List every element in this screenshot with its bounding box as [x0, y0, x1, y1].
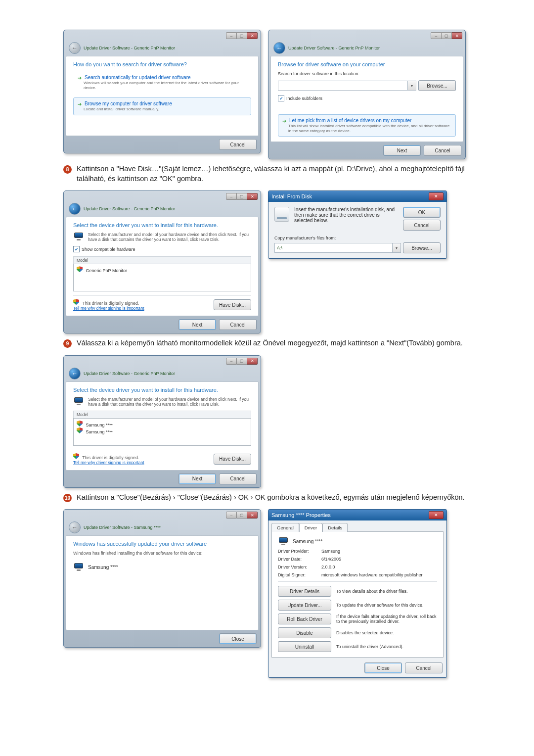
page-heading: Windows has successfully updated your dr…	[73, 541, 251, 547]
cancel-button[interactable]: Cancel	[219, 473, 257, 484]
shield-icon	[77, 427, 83, 433]
have-disk-button[interactable]: Have Disk...	[214, 299, 251, 310]
cancel-button[interactable]: Cancel	[219, 319, 257, 330]
breadcrumb: Update Driver Software - Generic PnP Mon…	[288, 46, 380, 50]
tab-details[interactable]: Details	[322, 523, 348, 532]
path-combo[interactable]: ▾	[278, 81, 416, 91]
maximize-button[interactable]: ▢	[237, 193, 247, 200]
option-desc: Locate and install driver software manua…	[84, 107, 247, 112]
option-title: Let me pick from a list of device driver…	[289, 118, 411, 123]
browse-button[interactable]: Browse...	[403, 242, 441, 253]
driver-details-button[interactable]: Driver Details	[278, 586, 331, 597]
back-icon[interactable]: ←	[69, 368, 81, 379]
window-update-success: – ▢ ✕ ← Update Driver Software - Samsung…	[63, 509, 261, 648]
back-icon[interactable]: ←	[69, 42, 81, 54]
cancel-button[interactable]: Cancel	[403, 220, 441, 231]
list-item[interactable]: Samsung ****	[77, 427, 248, 434]
next-button[interactable]: Next	[178, 473, 216, 484]
window-select-driver-samsung: – ▢ ✕ ← Update Driver Software - Generic…	[63, 355, 261, 488]
option-browse-computer[interactable]: ➔ Browse my computer for driver software…	[73, 97, 251, 115]
maximize-button[interactable]: ▢	[442, 32, 452, 39]
why-signing-link[interactable]: Tell me why driver signing is important	[73, 460, 144, 465]
checkbox-icon: ✔	[73, 246, 80, 252]
path-value: A:\	[277, 245, 282, 250]
uninstall-button[interactable]: Uninstall	[278, 641, 331, 652]
cancel-button[interactable]: Cancel	[424, 145, 461, 156]
minimize-button[interactable]: –	[226, 193, 237, 200]
arrow-icon: ➔	[282, 118, 286, 124]
show-compatible-checkbox[interactable]: ✔ Show compatible hardware	[73, 246, 251, 252]
action-desc: If the device fails after updating the d…	[336, 614, 437, 624]
close-button[interactable]: ✕	[247, 358, 258, 365]
step-text: Kattintson a "Close"(Bezárás) › "Close"(…	[77, 493, 465, 503]
window-update-driver-method: – ▢ ✕ ← Update Driver Software - Generic…	[63, 30, 261, 153]
next-button[interactable]: Next	[383, 145, 421, 156]
dialog-install-from-disk: Install From Disk ✕ Insert the manufactu…	[268, 190, 447, 259]
browse-button[interactable]: Browse...	[418, 80, 456, 91]
list-item[interactable]: Samsung ****	[77, 421, 248, 427]
include-subfolders-checkbox[interactable]: ✔ Include subfolders	[278, 95, 456, 101]
next-button[interactable]: Next	[178, 319, 216, 330]
chevron-down-icon[interactable]: ▾	[407, 81, 416, 90]
option-desc: Windows will search your computer and th…	[84, 81, 247, 90]
minimize-button[interactable]: –	[226, 32, 237, 39]
update-driver-button[interactable]: Update Driver...	[278, 600, 331, 611]
option-search-auto[interactable]: ➔ Search automatically for updated drive…	[73, 71, 251, 94]
copy-from-combo[interactable]: A:\ ▾	[274, 243, 401, 253]
tab-driver[interactable]: Driver	[299, 523, 322, 532]
close-button-action[interactable]: Close	[219, 633, 257, 644]
window-browse-driver: – ▢ ✕ ← Update Driver Software - Generic…	[268, 30, 466, 159]
rollback-driver-button[interactable]: Roll Back Driver	[278, 614, 331, 624]
minimize-button[interactable]: –	[431, 32, 442, 39]
close-button[interactable]: ✕	[247, 193, 258, 200]
back-icon[interactable]: ←	[273, 42, 285, 54]
close-button[interactable]: ✕	[429, 511, 444, 519]
copy-from-label: Copy manufacturer's files from:	[274, 236, 441, 240]
dialog-message: Insert the manufacturer's installation d…	[294, 207, 398, 223]
window-controls: – ▢ ✕	[226, 32, 258, 39]
disable-button[interactable]: Disable	[278, 627, 331, 638]
model-list[interactable]: Samsung **** Samsung ****	[73, 418, 251, 446]
step-number-badge: 9	[63, 339, 72, 348]
titlebar: – ▢ ✕	[66, 32, 259, 39]
minimize-button[interactable]: –	[226, 358, 237, 365]
checkbox-label: Show compatible hardware	[82, 247, 135, 252]
back-icon: ←	[69, 521, 81, 533]
ok-button[interactable]: OK	[403, 207, 441, 218]
cancel-button[interactable]: Cancel	[405, 662, 443, 673]
kv-key: Driver Version:	[278, 565, 318, 569]
monitor-icon	[73, 397, 84, 406]
tab-general[interactable]: General	[271, 523, 299, 532]
device-name: Samsung ****	[88, 565, 118, 570]
why-signing-link[interactable]: Tell me why driver signing is important	[73, 306, 144, 311]
step-9: 9 Válassza ki a képernyőn látható monito…	[63, 338, 471, 348]
nav-bar: ← Update Driver Software - Generic PnP M…	[66, 40, 259, 56]
arrow-icon: ➔	[78, 75, 82, 81]
maximize-button[interactable]: ▢	[237, 32, 247, 39]
list-item[interactable]: Generic PnP Monitor	[77, 266, 248, 273]
step-text: Válassza ki a képernyőn látható monitorm…	[77, 338, 463, 348]
checkbox-label: Include subfolders	[286, 96, 322, 101]
window-select-driver-generic: – ▢ ✕ ← Update Driver Software - Generic…	[63, 190, 261, 333]
window-controls: – ▢ ✕	[431, 32, 462, 39]
back-icon[interactable]: ←	[69, 203, 81, 215]
option-let-me-pick[interactable]: ➔ Let me pick from a list of device driv…	[278, 114, 456, 137]
close-button-action[interactable]: Close	[364, 662, 402, 673]
close-button[interactable]: ✕	[429, 192, 444, 200]
list-item-label: Generic PnP Monitor	[86, 268, 127, 273]
step-10: 10 Kattintson a "Close"(Bezárás) › "Clos…	[63, 493, 471, 503]
maximize-button[interactable]: ▢	[237, 358, 247, 365]
close-button[interactable]: ✕	[247, 512, 258, 519]
minimize-button[interactable]: –	[226, 512, 237, 519]
close-button[interactable]: ✕	[452, 32, 462, 39]
page-desc: Windows has finished installing the driv…	[73, 551, 251, 556]
list-item-label: Samsung ****	[86, 429, 113, 434]
maximize-button[interactable]: ▢	[237, 512, 247, 519]
have-disk-button[interactable]: Have Disk...	[214, 454, 251, 465]
kv-key: Digital Signer:	[278, 572, 318, 577]
close-button[interactable]: ✕	[247, 32, 258, 39]
model-list[interactable]: Generic PnP Monitor	[73, 264, 251, 291]
device-name: Samsung ****	[293, 539, 323, 544]
action-desc: To update the driver software for this d…	[336, 603, 424, 608]
cancel-button[interactable]: Cancel	[219, 139, 257, 150]
